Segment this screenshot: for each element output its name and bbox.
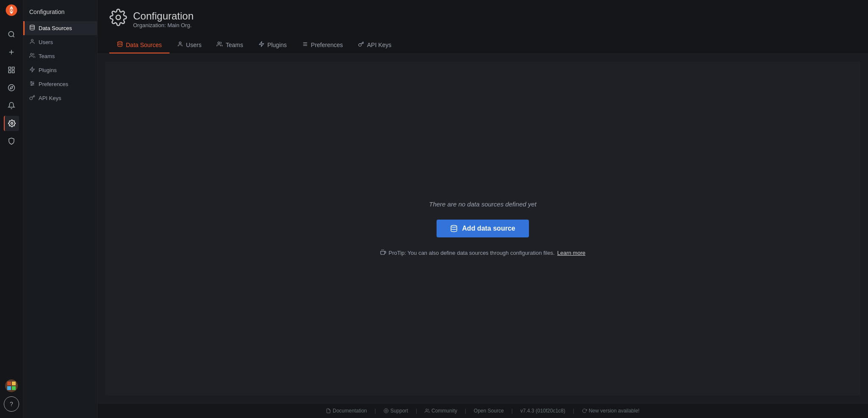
protip: ProTip: You can also define data sources… [380, 249, 585, 256]
tab-bar: Data Sources Users [109, 37, 856, 53]
tab-users-label: Users [186, 42, 202, 48]
svg-point-40 [384, 409, 388, 413]
content-panel: There are no data sources defined yet Ad… [105, 61, 860, 396]
tab-teams[interactable]: Teams [209, 37, 250, 53]
tab-teams-label: Teams [225, 42, 243, 48]
sub-sidebar-label-api-keys: API Keys [39, 95, 61, 101]
help-button[interactable]: ? [4, 396, 19, 412]
svg-point-31 [218, 42, 220, 44]
icon-sidebar: ? [0, 0, 23, 418]
sidebar-item-explore[interactable] [4, 80, 19, 95]
sub-sidebar-item-plugins[interactable]: Plugins [23, 63, 97, 77]
add-data-source-button[interactable]: Add data source [437, 220, 529, 237]
svg-point-20 [31, 53, 33, 56]
page-subtitle: Organization: Main Org. [133, 22, 194, 28]
app-logo[interactable] [6, 4, 17, 18]
tab-preferences-label: Preferences [311, 42, 343, 48]
tab-api-keys[interactable]: API Keys [351, 37, 399, 53]
sidebar-item-configuration[interactable] [4, 116, 19, 131]
sidebar-item-dashboards[interactable] [4, 62, 19, 78]
footer-open-source-link[interactable]: Open Source [474, 408, 504, 414]
footer: Documentation | Support | Community | Op… [97, 403, 868, 418]
footer-documentation-link[interactable]: Documentation [326, 408, 367, 414]
svg-point-25 [31, 81, 32, 82]
svg-point-18 [30, 25, 35, 27]
tab-plugins-label: Plugins [267, 42, 287, 48]
tab-plugins-icon [259, 41, 264, 48]
svg-rect-17 [12, 386, 16, 390]
svg-point-19 [31, 39, 33, 42]
footer-new-version-link[interactable]: New version available! [582, 408, 640, 414]
sub-sidebar-item-api-keys[interactable]: API Keys [23, 91, 97, 105]
svg-rect-9 [8, 71, 11, 73]
svg-rect-15 [12, 382, 16, 385]
svg-point-2 [11, 9, 12, 11]
svg-point-41 [385, 410, 387, 412]
svg-rect-7 [8, 67, 11, 69]
sub-sidebar-label-users: Users [39, 39, 53, 45]
svg-point-3 [8, 31, 14, 36]
svg-line-4 [13, 36, 14, 37]
tab-teams-icon [217, 41, 223, 48]
svg-point-28 [116, 15, 121, 20]
sidebar-item-new[interactable] [4, 45, 19, 60]
tab-preferences[interactable]: Preferences [295, 37, 351, 53]
svg-point-36 [451, 226, 457, 228]
sub-sidebar: Configuration Data Sources Users [23, 0, 97, 418]
tab-data-sources[interactable]: Data Sources [109, 37, 170, 53]
sub-sidebar-label-data-sources: Data Sources [39, 25, 72, 31]
page-header: Configuration Organization: Main Org. Da… [97, 0, 868, 54]
tab-users[interactable]: Users [170, 37, 209, 53]
sub-sidebar-label-teams: Teams [39, 53, 55, 59]
protip-text: ProTip: You can also define data sources… [389, 250, 555, 256]
add-data-source-label: Add data source [462, 225, 515, 232]
svg-rect-14 [7, 382, 11, 385]
svg-marker-12 [10, 86, 13, 89]
footer-community-link[interactable]: Community [425, 408, 457, 414]
api-keys-icon [29, 95, 35, 102]
preferences-icon [29, 81, 35, 88]
tab-data-sources-label: Data Sources [126, 42, 162, 48]
body-area: There are no data sources defined yet Ad… [97, 54, 868, 403]
svg-point-13 [11, 123, 13, 125]
tab-api-keys-icon [358, 41, 364, 48]
configuration-header-icon [109, 8, 127, 30]
svg-point-30 [179, 42, 181, 44]
tab-data-sources-icon [117, 41, 123, 48]
svg-rect-10 [12, 71, 14, 73]
data-sources-icon [29, 25, 35, 32]
protip-icon [380, 249, 386, 256]
sidebar-item-admin[interactable] [4, 134, 19, 149]
sub-sidebar-item-preferences[interactable]: Preferences [23, 77, 97, 91]
sub-sidebar-title: Configuration [23, 5, 97, 21]
svg-rect-16 [7, 386, 11, 390]
page-title: Configuration [133, 10, 194, 22]
teams-icon [29, 53, 35, 60]
learn-more-link[interactable]: Learn more [557, 250, 585, 256]
sidebar-item-search[interactable] [4, 27, 19, 42]
svg-point-27 [31, 84, 32, 85]
sub-sidebar-item-data-sources[interactable]: Data Sources [23, 21, 97, 35]
footer-version: v7.4.3 (010f20c1c8) [520, 408, 565, 414]
svg-point-29 [118, 42, 122, 43]
svg-marker-32 [259, 42, 264, 47]
svg-rect-8 [12, 67, 14, 69]
empty-message: There are no data sources defined yet [429, 201, 537, 208]
svg-point-11 [8, 85, 15, 91]
user-avatar[interactable] [5, 379, 18, 392]
users-icon [29, 39, 35, 46]
plugins-icon [29, 67, 35, 74]
sub-sidebar-label-plugins: Plugins [39, 67, 57, 73]
sub-sidebar-item-teams[interactable]: Teams [23, 49, 97, 63]
tab-api-keys-label: API Keys [367, 42, 392, 48]
svg-point-26 [33, 83, 33, 84]
sub-sidebar-item-users[interactable]: Users [23, 35, 97, 49]
tab-preferences-icon [302, 41, 308, 48]
main-content: Configuration Organization: Main Org. Da… [97, 0, 868, 418]
sidebar-item-alerting[interactable] [4, 98, 19, 113]
footer-support-link[interactable]: Support [384, 408, 408, 414]
tab-plugins[interactable]: Plugins [251, 37, 295, 53]
svg-point-42 [426, 409, 428, 411]
tab-users-icon [177, 41, 183, 48]
svg-marker-21 [30, 67, 35, 72]
